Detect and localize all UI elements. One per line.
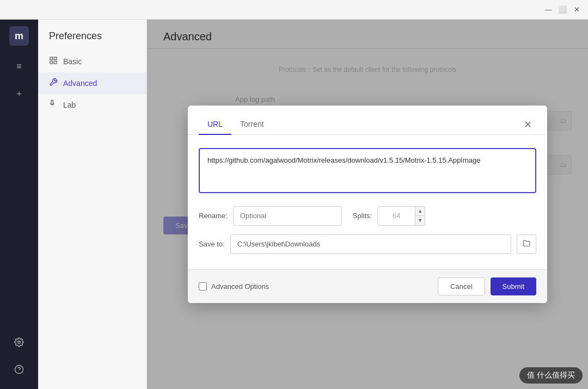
help-icon-button[interactable] <box>8 359 30 380</box>
saveto-input[interactable] <box>230 234 511 254</box>
main-content: Advanced Protocols：Set as the default cl… <box>147 20 588 389</box>
saveto-browse-button[interactable] <box>517 234 536 254</box>
add-url-dialog: URL Torrent ✕ Rename: <box>188 106 547 303</box>
tab-url[interactable]: URL <box>199 114 231 135</box>
lab-icon <box>49 100 58 110</box>
dialog-footer: Advanced Options Cancel Submit <box>188 269 547 303</box>
maximize-button[interactable]: ⬜ <box>558 5 567 15</box>
rename-label: Rename: <box>199 212 228 220</box>
splits-spinner: ▲ ▼ <box>415 206 425 226</box>
svg-rect-6 <box>50 61 53 64</box>
menu-icon-button[interactable]: ≡ <box>8 55 30 77</box>
nav-panel: Preferences Basic Advanced Lab <box>38 20 147 389</box>
rename-splits-row: Rename: Splits: ▲ ▼ <box>199 206 536 226</box>
splits-decrement-button[interactable]: ▼ <box>415 216 425 225</box>
lab-label: Lab <box>63 101 76 109</box>
splits-field: Splits: ▲ ▼ <box>353 206 425 226</box>
app-window: — ⬜ ✕ m ≡ ＋ Preferences <box>0 0 588 389</box>
minimize-button[interactable]: — <box>543 5 553 15</box>
dialog-actions: Cancel Submit <box>438 277 536 295</box>
saveto-row: Save to: <box>199 234 536 254</box>
sidebar-item-advanced[interactable]: Advanced <box>38 72 146 94</box>
tab-torrent[interactable]: Torrent <box>231 114 273 135</box>
sidebar-bottom <box>8 331 30 389</box>
splits-wrapper: ▲ ▼ <box>377 206 425 226</box>
url-input[interactable] <box>199 148 536 193</box>
saveto-label: Save to: <box>199 240 225 248</box>
icon-sidebar: m ≡ ＋ <box>0 20 38 389</box>
submit-button[interactable]: Submit <box>491 277 536 295</box>
advanced-icon <box>49 78 58 89</box>
splits-label: Splits: <box>353 212 372 220</box>
dialog-body: Rename: Splits: ▲ ▼ <box>188 135 547 265</box>
settings-icon-button[interactable] <box>8 331 30 353</box>
app-logo: m <box>9 26 29 46</box>
watermark: 值 什么值得买 <box>519 367 583 384</box>
close-button[interactable]: ✕ <box>572 5 581 15</box>
add-icon-button[interactable]: ＋ <box>8 83 30 104</box>
window-controls: — ⬜ ✕ <box>543 5 581 15</box>
dialog-header: URL Torrent ✕ <box>188 106 547 135</box>
rename-field: Rename: <box>199 206 342 226</box>
cancel-button[interactable]: Cancel <box>438 277 485 295</box>
basic-icon <box>49 56 58 67</box>
titlebar: — ⬜ ✕ <box>0 0 588 20</box>
nav-title: Preferences <box>38 20 146 51</box>
advanced-options-label: Advanced Options <box>199 282 269 291</box>
app-body: m ≡ ＋ Preferences Basic <box>0 20 588 389</box>
rename-input[interactable] <box>233 206 342 226</box>
dialog-close-button[interactable]: ✕ <box>519 116 536 133</box>
splits-increment-button[interactable]: ▲ <box>415 207 425 217</box>
modal-overlay: URL Torrent ✕ Rename: <box>147 20 588 389</box>
sidebar-item-lab[interactable]: Lab <box>38 94 146 116</box>
advanced-label: Advanced <box>63 79 97 88</box>
splits-input[interactable] <box>377 206 415 226</box>
svg-rect-4 <box>54 57 57 60</box>
basic-label: Basic <box>63 57 82 66</box>
sidebar-item-basic[interactable]: Basic <box>38 51 146 72</box>
svg-rect-3 <box>50 57 53 60</box>
advanced-options-checkbox[interactable] <box>199 282 207 291</box>
svg-rect-5 <box>54 61 57 64</box>
svg-point-0 <box>18 341 21 344</box>
